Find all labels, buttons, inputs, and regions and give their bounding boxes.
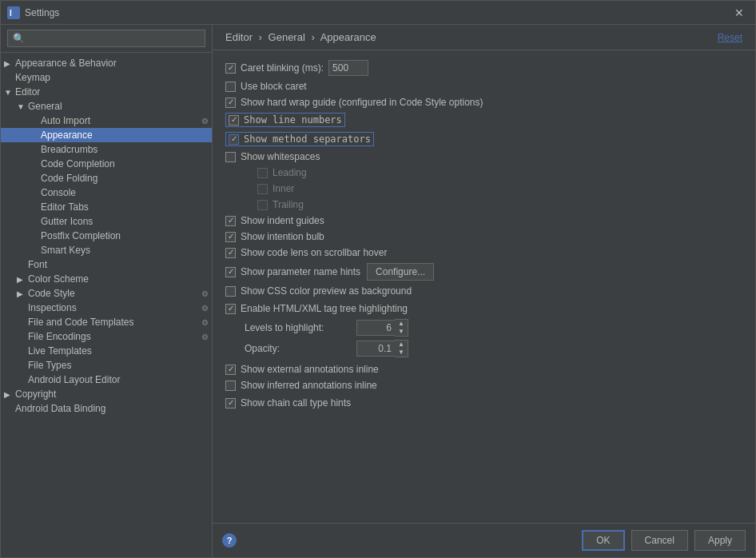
show-method-separators-label: Show method separators [244,134,371,145]
sidebar-item-file-code-templates[interactable]: File and Code Templates⚙ [1,315,212,329]
sidebar-item-code-folding[interactable]: Code Folding [1,171,212,185]
levels-down-button[interactable]: ▼ [395,328,408,336]
sidebar-item-label: Copyright [15,389,209,400]
tree-arrow: ▶ [17,289,28,298]
opacity-spinner: ▲ ▼ [356,340,408,357]
show-whitespaces-row: Show whitespaces [225,151,742,162]
sidebar-item-label: General [28,101,209,112]
caret-blinking-input[interactable] [328,60,368,76]
tree-arrow: ▼ [17,102,28,111]
main-panel: Editor › General › Appearance Reset Care… [213,25,755,557]
show-css-color-label: Show CSS color preview as background [241,285,412,297]
sidebar-item-label: Gutter Icons [41,216,209,227]
show-hard-wrap-checkbox[interactable] [225,98,236,108]
titlebar: I Settings ✕ [1,1,755,25]
show-inferred-annotations-checkbox[interactable] [225,381,236,391]
cancel-button[interactable]: Cancel [631,530,688,551]
levels-label: Levels to highlight: [245,322,356,333]
levels-input[interactable] [356,320,395,336]
show-line-numbers-row: Show line numbers [225,113,742,127]
bottom-right: OK Cancel Apply [582,530,746,551]
sidebar-item-label: Editor [15,86,209,98]
show-whitespaces-checkbox[interactable] [225,152,236,162]
sidebar-item-appearance[interactable]: Appearance [1,128,212,142]
sidebar-item-general[interactable]: ▼General [1,99,212,114]
sidebar-item-font[interactable]: Font [1,257,212,272]
levels-spinner: ▲ ▼ [356,319,408,337]
bottom-bar: ? OK Cancel Apply [213,523,755,557]
sidebar-item-code-style[interactable]: ▶Code Style⚙ [1,286,212,301]
sidebar-item-label: Postfix Completion [41,230,209,241]
show-intention-bulb-label: Show intention bulb [241,231,324,242]
apply-button[interactable]: Apply [694,530,746,551]
sidebar-item-editor-tabs[interactable]: Editor Tabs [1,200,212,214]
sidebar-item-label: File Types [28,360,209,371]
show-code-lens-checkbox[interactable] [225,248,236,258]
opacity-up-button[interactable]: ▲ [395,341,408,349]
leading-row: Leading [225,167,742,178]
sidebar-item-copyright[interactable]: ▶Copyright [1,387,212,401]
use-block-caret-checkbox[interactable] [225,82,236,92]
caret-blinking-checkbox[interactable] [225,63,236,74]
sidebar-item-android-data-binding[interactable]: Android Data Binding [1,401,212,416]
ok-button[interactable]: OK [582,530,624,551]
show-hard-wrap-label: Show hard wrap guide (configured in Code… [241,97,483,108]
show-intention-bulb-row: Show intention bulb [225,231,742,242]
sidebar-item-smart-keys[interactable]: Smart Keys [1,243,212,257]
show-line-numbers-checkbox[interactable] [229,115,239,126]
trailing-checkbox[interactable] [257,200,268,210]
breadcrumb-appearance: Appearance [320,31,376,43]
sidebar-item-console[interactable]: Console [1,185,212,200]
leading-checkbox[interactable] [257,168,268,178]
sidebar-item-code-completion[interactable]: Code Completion [1,157,212,171]
opacity-down-button[interactable]: ▼ [395,349,408,357]
configure-button[interactable]: Configure... [367,263,434,281]
breadcrumb-sep1: › [259,31,262,43]
levels-up-button[interactable]: ▲ [395,320,408,328]
reset-link[interactable]: Reset [718,32,742,43]
show-param-hints-checkbox[interactable] [225,267,236,277]
enable-html-xml-checkbox[interactable] [225,304,236,314]
help-icon[interactable]: ? [222,533,237,548]
sidebar-item-inspections[interactable]: Inspections⚙ [1,301,212,315]
levels-spinner-buttons: ▲ ▼ [395,319,408,337]
sidebar-item-postfix-completion[interactable]: Postfix Completion [1,229,212,243]
sidebar-tree: ▶Appearance & Behavior Keymap▼Editor▼Gen… [1,53,212,557]
sidebar-item-label: Smart Keys [41,245,209,256]
sidebar-item-breadcrumbs[interactable]: Breadcrumbs [1,142,212,157]
sidebar-item-gutter-icons[interactable]: Gutter Icons [1,214,212,229]
close-button[interactable]: ✕ [730,5,749,21]
sidebar-item-editor[interactable]: ▼Editor [1,85,212,99]
sidebar-item-color-scheme[interactable]: ▶Color Scheme [1,272,212,286]
app-icon: I [7,6,20,19]
show-css-color-checkbox[interactable] [225,286,236,297]
show-intention-bulb-checkbox[interactable] [225,232,236,242]
sidebar-item-auto-import[interactable]: Auto Import⚙ [1,114,212,128]
show-indent-guides-checkbox[interactable] [225,216,236,226]
show-chain-call-checkbox[interactable] [225,398,236,409]
show-indent-guides-label: Show indent guides [241,215,324,226]
leading-label: Leading [273,167,307,178]
sidebar-item-file-types[interactable]: File Types [1,358,212,373]
sidebar-item-keymap[interactable]: Keymap [1,70,212,85]
sidebar-item-android-layout-editor[interactable]: Android Layout Editor [1,373,212,387]
show-line-numbers-label: Show line numbers [244,114,342,126]
opacity-input[interactable] [356,341,395,357]
show-external-annotations-checkbox[interactable] [225,365,236,375]
sidebar-item-label: Font [28,259,209,270]
show-method-separators-checkbox[interactable] [229,134,239,145]
trailing-row: Trailing [225,199,742,210]
sidebar-item-live-templates[interactable]: Live Templates [1,344,212,358]
sidebar-item-label: Appearance & Behavior [15,58,209,69]
inner-checkbox[interactable] [257,184,268,194]
sidebar-item-file-encodings[interactable]: File Encodings⚙ [1,329,212,344]
search-input[interactable] [7,30,205,47]
sidebar-item-label: Android Data Binding [15,403,209,414]
show-method-separators-row: Show method separators [225,132,742,146]
sidebar-item-label: Code Completion [41,158,209,169]
breadcrumb-general: General [269,31,305,43]
tree-badge: ⚙ [201,117,209,126]
sidebar-item-appearance-behavior[interactable]: ▶Appearance & Behavior [1,56,212,70]
sidebar: ▶Appearance & Behavior Keymap▼Editor▼Gen… [1,25,213,557]
sidebar-item-label: Auto Import [41,115,198,126]
